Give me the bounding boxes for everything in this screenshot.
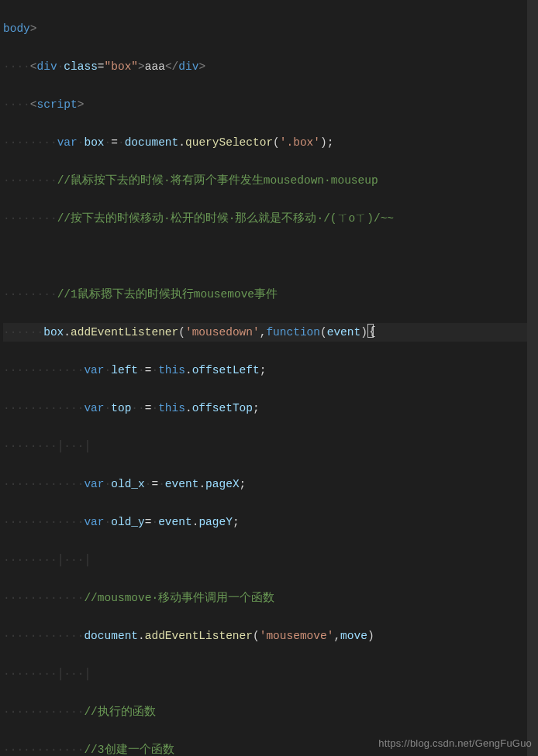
code-line <box>3 247 527 266</box>
code-editor[interactable]: body> ····<div·class="box">aaa</div> ···… <box>0 0 538 756</box>
code-line-highlighted: ······box.addEventListener('mousedown',f… <box>3 323 527 342</box>
code-line: ············//执行的函数 <box>3 703 527 722</box>
code-line: ············document.addEventListener('m… <box>3 627 527 646</box>
code-line: ········//鼠标按下去的时候·将有两个事件发生mousedown·mou… <box>3 171 527 191</box>
code-line: ····<div·class="box">aaa</div> <box>3 57 527 77</box>
code-line: ········var·box·=·document.querySelector… <box>3 133 527 153</box>
code-line: ············var·top··=·this.offsetTop; <box>3 399 527 418</box>
code-line: ········│···│ <box>3 437 527 456</box>
code-line: ········//1鼠标摁下去的时候执行mousemove事件 <box>3 285 527 304</box>
code-line: ············//mousmove·移动事件调用一个函数 <box>3 589 527 608</box>
cursor-bracket: { <box>367 324 374 338</box>
watermark-text: https://blog.csdn.net/GengFuGuo <box>378 734 532 754</box>
code-line: ········│···│ <box>3 551 527 570</box>
code-line: ········//按下去的时候移动·松开的时候·那么就是不移动·/(ㄒoㄒ)/… <box>3 209 527 229</box>
code-line: ········│···│ <box>3 665 527 684</box>
code-line: ············var·old_y=·event.pageY; <box>3 513 527 532</box>
code-line: ············var·old_x·=·event.pageX; <box>3 475 527 494</box>
code-line: ····<script> <box>3 95 527 115</box>
code-line: ············var·left·=·this.offsetLeft; <box>3 361 527 380</box>
code-line: body> <box>3 19 527 39</box>
